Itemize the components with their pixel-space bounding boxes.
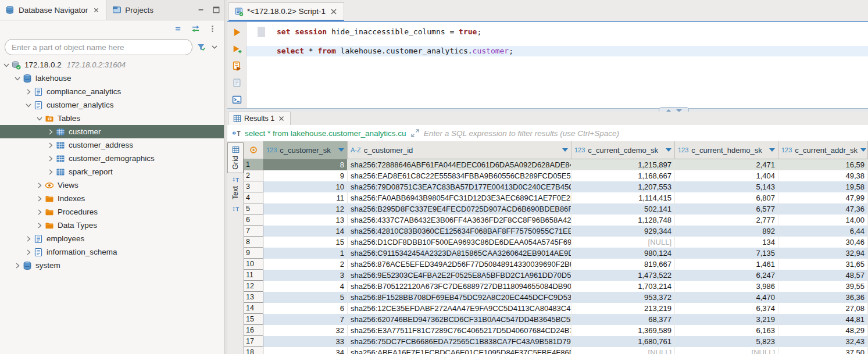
sql-code-area[interactable]: set session hide_inaccessible_columns = … [247,22,868,108]
cell-c_current_hdemo_sk[interactable]: 6,374 [675,303,778,314]
cell-c_current_addr_sk[interactable]: 30,46 [778,237,868,248]
cell-c_current_addr_sk[interactable]: 44,81 [778,314,868,325]
tree-item-procedures[interactable]: Procedures [0,205,224,219]
cell-c_current_addr_sk[interactable]: 36,36 [778,292,868,303]
cell-c_customer_id[interactable]: sha256:FA0ABB6943B98054FC31D12D3E3AEC689… [348,192,571,203]
cell-c_current_cdemo_sk[interactable]: 68,377 [571,314,675,325]
maximize-icon[interactable] [212,6,220,14]
row-number[interactable]: 14 [244,303,263,314]
view-menu-icon[interactable] [208,24,217,33]
cell-c_current_hdemo_sk[interactable]: 134 [675,237,778,248]
cell-c_current_hdemo_sk[interactable]: 4,470 [675,292,778,303]
cell-c_current_cdemo_sk[interactable]: 1,473,522 [571,270,675,281]
object-search-input[interactable] [5,39,192,55]
tree-item-views[interactable]: Views [0,178,224,192]
cell-c_current_addr_sk[interactable]: 48,57 [778,270,868,281]
cell-c_current_hdemo_sk[interactable]: 1,404 [675,170,778,181]
explain-plan-icon[interactable] [232,78,242,88]
row-number[interactable]: 17 [244,336,263,347]
cell-c_current_addr_sk[interactable]: 31,65 [778,259,868,270]
row-number[interactable]: 6 [244,214,263,226]
cell-c_current_hdemo_sk[interactable]: 6,577 [675,203,778,214]
cell-c_customer_id[interactable]: sha256:B705122120A673FC7DE6889727DB11809… [348,281,571,292]
tree-item-lakehouse[interactable]: lakehouse [0,71,224,85]
column-header-c_customer_sk[interactable]: 123c_customer_sk [263,141,348,159]
cell-c_current_addr_sk[interactable]: 32,43 [778,336,868,347]
cell-c_customer_sk[interactable]: 33 [263,336,348,347]
row-number[interactable]: 5 [244,203,263,214]
cell-c_customer_id[interactable]: sha256:75DC7FCB6686EDA72565C1B838CA7FC43… [348,336,571,347]
cell-c_customer_id[interactable]: sha256:E3A77511F81C7289C76C4065217D5D406… [348,325,571,336]
cell-c_customer_id[interactable]: sha256:12CE35EFDABF272A4A47E9FA9CC5D4113… [348,303,571,314]
cell-c_current_addr_sk[interactable]: 47,36 [778,203,868,214]
chevron-down-icon[interactable] [13,74,22,83]
tab-results-1[interactable]: Results 1 [228,112,291,125]
row-number[interactable]: 7 [244,226,263,237]
cell-c_customer_sk[interactable]: 7 [263,314,348,325]
cell-c_customer_sk[interactable]: 14 [263,226,348,237]
cell-c_current_cdemo_sk[interactable]: 1,114,415 [571,192,675,203]
cell-c_customer_sk[interactable]: 3 [263,270,348,281]
cell-c_customer_id[interactable]: sha256:EAD8E61C8C22E555834FBBA9B60556CB2… [348,170,571,181]
cell-c_current_hdemo_sk[interactable]: 6,247 [675,270,778,281]
cell-c_customer_id[interactable]: sha256:876ACE5EFED349A2D56F77D5084891433… [348,259,571,270]
cell-c_current_cdemo_sk[interactable]: 1,128,748 [571,214,675,226]
expand-filter-icon[interactable] [410,128,420,138]
tree-item-compliance-analytics[interactable]: compliance_analytics [0,85,224,98]
cell-c_customer_id[interactable]: sha256:D1CDF8DBB10F500EA9693C86DE6DEAA05… [348,237,571,248]
cell-c_current_addr_sk[interactable]: 37,50 [778,347,868,354]
cell-c_current_cdemo_sk[interactable]: 1,207,553 [571,181,675,192]
cell-c_current_cdemo_sk[interactable]: 953,372 [571,292,675,303]
filter-funnel-icon[interactable] [197,42,206,52]
tree-item-customer[interactable]: customer [0,125,224,138]
cell-c_current_cdemo_sk[interactable]: 929,344 [571,226,675,237]
link-with-editor-icon[interactable] [191,24,200,33]
close-icon[interactable] [277,115,285,123]
cell-c_current_cdemo_sk[interactable]: [NULL] [571,347,675,354]
cell-c_current_addr_sk[interactable]: 48,29 [778,325,868,336]
chevron-right-icon[interactable] [46,141,55,150]
chevron-right-icon[interactable] [24,87,33,96]
cell-c_customer_sk[interactable]: 10 [263,181,348,192]
cell-c_current_hdemo_sk[interactable]: 7,135 [675,248,778,259]
cell-c_current_hdemo_sk[interactable]: 892 [675,226,778,237]
cell-c_current_addr_sk[interactable]: 32,94 [778,248,868,259]
cell-c_current_cdemo_sk[interactable]: 980,124 [571,248,675,259]
cell-c_current_cdemo_sk[interactable]: 1,369,589 [571,325,675,336]
cell-c_customer_sk[interactable]: 1 [263,248,348,259]
cell-c_current_hdemo_sk[interactable]: 5,143 [675,181,778,192]
cell-c_customer_id[interactable]: sha256:72888646ABF61FA044EDEC061D6DA5A09… [348,159,571,170]
sql-console-icon[interactable] [232,95,242,105]
cell-c_current_cdemo_sk[interactable]: 502,141 [571,203,675,214]
row-number[interactable]: 11 [244,270,263,281]
cell-c_current_addr_sk[interactable]: 39,55 [778,281,868,292]
column-dropdown-icon[interactable] [338,148,344,152]
tree-item-information-schema[interactable]: information_schema [0,245,224,259]
cell-c_current_addr_sk[interactable]: 16,59 [778,159,868,170]
chevron-right-icon[interactable] [46,127,55,137]
cell-c_customer_id[interactable]: sha256:8F1528BB708DF69EB475DC92A8C20EC44… [348,292,571,303]
row-number[interactable]: 3 [244,181,263,192]
cell-c_current_hdemo_sk[interactable]: [NULL] [675,347,778,354]
tab-text-presentation[interactable]: Text [228,173,243,202]
chevron-right-icon[interactable] [35,208,44,217]
chevron-down-icon[interactable] [24,101,33,110]
column-header-c_current_hdemo_sk[interactable]: 123c_current_hdemo_sk [675,141,778,159]
row-number[interactable]: 10 [244,259,263,270]
cell-c_current_addr_sk[interactable]: 6,44 [778,226,868,237]
column-header-c_current_cdemo_sk[interactable]: 123c_current_cdemo_sk [571,141,675,159]
cell-c_current_hdemo_sk[interactable]: 6,807 [675,192,778,203]
value-panel-toggle[interactable] [228,202,243,216]
row-number[interactable]: 16 [244,325,263,336]
cell-c_current_hdemo_sk[interactable]: 6,163 [675,325,778,336]
cell-c_current_cdemo_sk[interactable]: 1,703,214 [571,281,675,292]
cell-c_customer_id[interactable]: sha256:79D08751C3EA7C83BA57D177E00413D0C… [348,181,571,192]
column-dropdown-icon[interactable] [562,148,568,152]
row-number[interactable]: 12 [244,281,263,292]
column-header-c_current_addr_sk[interactable]: 123c_current_addr_sk [778,141,868,159]
chevron-right-icon[interactable] [35,181,44,190]
row-number[interactable]: 9 [244,248,263,259]
cell-c_customer_id[interactable]: sha256:42810C83B0360CE125634F068BAF8FF75… [348,226,571,237]
row-number[interactable]: 13 [244,292,263,303]
chevron-right-icon[interactable] [35,194,44,203]
